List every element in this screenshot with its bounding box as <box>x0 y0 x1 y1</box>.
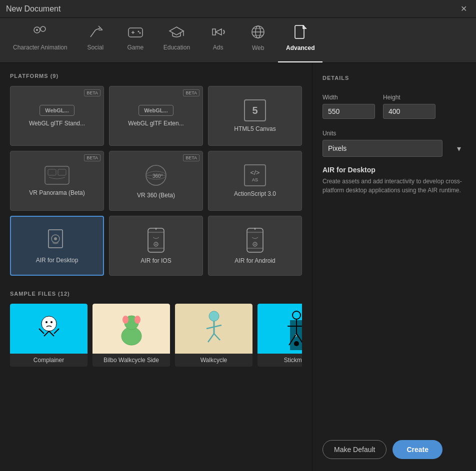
svg-line-45 <box>54 329 59 334</box>
sample-label-complainer: Complainer <box>10 354 88 367</box>
svg-point-51 <box>134 316 140 324</box>
character-animation-icon <box>32 25 48 41</box>
platform-card-webgl-gltf-extended[interactable]: BETA WebGL... WebGL glTF Exten... <box>109 86 203 146</box>
air-ios-label: AIR for IOS <box>140 257 171 264</box>
close-button[interactable]: ✕ <box>458 3 470 14</box>
svg-point-47 <box>50 321 52 323</box>
svg-rect-29 <box>148 228 164 252</box>
game-label: Game <box>127 44 144 51</box>
scroll-right-arrow[interactable]: › <box>290 320 302 350</box>
svg-point-8 <box>138 30 139 32</box>
svg-point-2 <box>36 29 38 31</box>
education-icon <box>168 25 184 41</box>
air-android-icon <box>246 227 264 253</box>
webgl-gltf-extended-icon: WebGL... <box>138 105 173 116</box>
air-info-description: Create assets and add interactivity to d… <box>322 177 466 195</box>
platform-card-actionscript[interactable]: </> AS ActionScript 3.0 <box>208 151 302 211</box>
tab-social[interactable]: Social <box>76 18 116 62</box>
svg-point-28 <box>54 237 57 240</box>
tab-advanced[interactable]: Advanced <box>278 18 322 62</box>
right-panel: DETAILS Width Height Units PixelsInchesC… <box>312 63 476 471</box>
svg-rect-35 <box>247 228 263 252</box>
platform-card-air-android[interactable]: AIR for Android <box>208 216 302 276</box>
character-animation-label: Character Animation <box>13 44 68 51</box>
svg-line-42 <box>44 331 49 336</box>
platform-card-webgl-gltf-standard[interactable]: BETA WebGL... WebGL glTF Stand... <box>10 86 104 146</box>
web-icon <box>250 24 266 41</box>
sample-card-bilbo[interactable]: Bilbo Walkcycle Side <box>92 304 170 367</box>
svg-point-41 <box>42 316 56 331</box>
svg-line-55 <box>208 334 214 342</box>
svg-point-46 <box>46 321 48 323</box>
platform-card-vr-panorama[interactable]: BETA VR Panorama (Beta) <box>10 151 104 211</box>
height-label: Height <box>383 94 436 101</box>
svg-point-1 <box>40 26 46 31</box>
units-select[interactable]: PixelsInchesCentimetersMillimetersPoints <box>322 140 442 157</box>
tab-education[interactable]: Education <box>156 18 198 62</box>
beta-badge: BETA <box>183 154 200 161</box>
platform-card-html5-canvas[interactable]: 5 HTML5 Canvas <box>208 86 302 146</box>
svg-line-12 <box>224 32 224 34</box>
advanced-label: Advanced <box>286 44 314 51</box>
social-label: Social <box>87 44 104 51</box>
sample-thumb-bilbo <box>92 304 170 354</box>
webgl-gltf-standard-icon: WebGL... <box>40 105 74 116</box>
game-icon <box>128 25 144 41</box>
sample-files-grid: Complainer Bilbo Walkcycle Side Walkcycl… <box>10 304 302 367</box>
actions-row: Make Default Create <box>322 430 466 459</box>
sample-thumb-complainer <box>10 304 88 354</box>
air-info-title: AIR for Desktop <box>322 166 466 174</box>
html5-canvas-icon: 5 <box>244 99 266 121</box>
tab-ads[interactable]: Ads <box>198 18 238 62</box>
sample-thumb-walkcycle <box>175 304 252 354</box>
svg-line-11 <box>224 30 224 32</box>
air-info: AIR for Desktop Create assets and add in… <box>322 166 466 195</box>
window-title: New Document <box>6 4 60 13</box>
actionscript-label: ActionScript 3.0 <box>234 190 276 197</box>
platform-card-air-desktop[interactable]: AIR for Desktop <box>10 216 104 276</box>
width-group: Width <box>322 94 375 119</box>
tab-game[interactable]: Game <box>116 18 156 62</box>
svg-line-43 <box>49 331 54 336</box>
main-content: PLATFORMS (9) BETA WebGL... WebGL glTF S… <box>0 63 476 471</box>
beta-badge: BETA <box>84 154 100 161</box>
svg-point-57 <box>292 311 300 319</box>
sample-card-walkcycle[interactable]: Walkcycle <box>175 304 252 367</box>
svg-rect-20 <box>48 169 56 175</box>
beta-badge: BETA <box>84 89 100 96</box>
beta-badge: BETA <box>183 89 200 96</box>
platforms-grid: BETA WebGL... WebGL glTF Stand...BETA We… <box>10 86 302 276</box>
units-group: Units PixelsInchesCentimetersMillimeters… <box>322 130 466 157</box>
sample-files-section: SAMPLE FILES (12) Complainer Bilbo Walkc… <box>10 291 302 367</box>
svg-point-52 <box>209 311 219 321</box>
sample-card-complainer[interactable]: Complainer <box>10 304 88 367</box>
svg-point-33 <box>156 244 157 245</box>
tab-bar: Character Animation Social Game Educatio… <box>0 18 476 63</box>
platform-card-air-ios[interactable]: AIR for IOS <box>109 216 203 276</box>
details-title: DETAILS <box>322 75 466 81</box>
platforms-section: PLATFORMS (9) BETA WebGL... WebGL glTF S… <box>10 73 302 276</box>
svg-line-3 <box>90 30 96 37</box>
ads-label: Ads <box>213 44 224 51</box>
platform-card-vr-360[interactable]: BETA 360° VR 360 (Beta) <box>109 151 203 211</box>
education-label: Education <box>164 44 190 51</box>
tab-character-animation[interactable]: Character Animation <box>5 18 76 62</box>
dimension-row: Width Height <box>322 94 466 119</box>
sample-files-title: SAMPLE FILES (12) <box>10 291 302 297</box>
title-bar: New Document ✕ <box>0 0 476 18</box>
svg-line-56 <box>214 334 220 340</box>
units-select-wrapper: PixelsInchesCentimetersMillimetersPoints <box>322 140 466 157</box>
sample-label-stickman: Stickman <box>258 354 302 367</box>
tab-web[interactable]: Web <box>238 18 278 62</box>
webgl-gltf-standard-label: WebGL glTF Stand... <box>29 120 85 127</box>
social-icon <box>88 25 102 41</box>
create-button[interactable]: Create <box>392 440 442 459</box>
air-desktop-icon <box>44 228 70 253</box>
svg-point-39 <box>254 244 256 245</box>
units-label: Units <box>322 130 466 137</box>
width-input[interactable] <box>322 104 375 119</box>
make-default-button[interactable]: Make Default <box>322 440 386 459</box>
height-input[interactable] <box>383 104 436 119</box>
air-ios-icon <box>147 227 165 253</box>
ads-icon <box>210 25 226 41</box>
